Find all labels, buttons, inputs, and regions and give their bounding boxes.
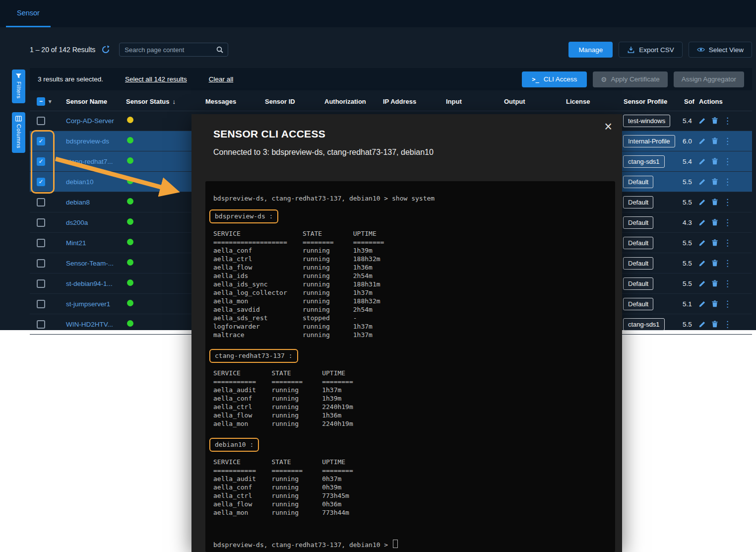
delete-icon[interactable]	[711, 320, 719, 328]
column-header-soft[interactable]: Soft	[680, 98, 694, 105]
row-actions-cell: ⋮	[694, 239, 752, 247]
row-checkbox[interactable]	[37, 218, 45, 227]
delete-icon[interactable]	[711, 218, 719, 226]
sensor-profile-chip[interactable]: Default	[623, 298, 653, 310]
column-header-sensor-status[interactable]: Sensor Status↓	[122, 98, 201, 105]
sensor-profile-chip[interactable]: Default	[623, 277, 653, 290]
sensor-name-link[interactable]: Corp-AD-Server	[66, 117, 114, 125]
column-header-sensor-profile[interactable]: Sensor Profile	[619, 98, 680, 105]
row-checkbox[interactable]: ✓	[37, 178, 45, 186]
sensor-profile-chip[interactable]: Default	[623, 257, 653, 270]
more-actions-icon[interactable]: ⋮	[723, 300, 732, 308]
sensor-name-link[interactable]: ctang-redhat7...	[66, 158, 113, 165]
edit-icon[interactable]	[698, 117, 706, 125]
edit-icon[interactable]	[698, 320, 706, 328]
clear-all-link[interactable]: Clear all	[209, 75, 234, 83]
row-checkbox[interactable]	[37, 300, 45, 308]
export-csv-button[interactable]: Export CSV	[619, 42, 683, 58]
row-checkbox[interactable]	[37, 279, 45, 288]
delete-icon[interactable]	[711, 198, 719, 206]
column-header-sensor-id[interactable]: Sensor ID	[260, 98, 320, 105]
more-actions-icon[interactable]: ⋮	[723, 320, 732, 329]
more-actions-icon[interactable]: ⋮	[723, 239, 732, 247]
delete-icon[interactable]	[711, 239, 719, 247]
sensor-name-link[interactable]: st-jumpserver1	[66, 300, 110, 308]
column-header-output[interactable]: Output	[500, 98, 562, 105]
edit-icon[interactable]	[698, 198, 706, 206]
column-header-messages[interactable]: Messages	[201, 98, 260, 105]
sensor-name-link[interactable]: Mint21	[66, 239, 86, 247]
delete-icon[interactable]	[711, 157, 719, 165]
sensor-status-cell	[122, 137, 201, 145]
select-all-checkbox[interactable]: −	[37, 97, 45, 106]
edit-icon[interactable]	[698, 157, 706, 165]
close-icon[interactable]: ×	[604, 120, 612, 134]
sensor-name-link[interactable]: debian8	[66, 199, 90, 206]
sensor-profile-chip[interactable]: ctang-sds1	[623, 155, 665, 168]
sensor-profile-chip[interactable]: Default	[623, 237, 653, 249]
sensor-name-link[interactable]: bdspreview-ds	[66, 138, 109, 145]
sensor-profile-cell: Default	[619, 237, 680, 249]
sensor-name-link[interactable]: WIN-HD2HTV...	[66, 321, 113, 328]
row-checkbox[interactable]	[37, 320, 45, 329]
delete-icon[interactable]	[711, 137, 719, 145]
select-view-button[interactable]: Select View	[689, 42, 752, 58]
column-header-input[interactable]: Input	[441, 98, 500, 105]
edit-icon[interactable]	[698, 218, 706, 226]
edit-icon[interactable]	[698, 259, 706, 267]
sensor-name-link[interactable]: ds200a	[66, 219, 88, 226]
sensor-profile-chip[interactable]: Default	[623, 216, 653, 229]
edit-icon[interactable]	[698, 279, 706, 287]
assign-aggregator-button[interactable]: Assign Aggregator	[674, 71, 744, 87]
select-all-link[interactable]: Select all 142 results	[125, 75, 187, 83]
row-checkbox[interactable]	[37, 117, 45, 125]
column-header-sensor-name[interactable]: Sensor Name	[62, 98, 122, 105]
sensor-profile-chip[interactable]: ctang-sds1	[623, 318, 665, 331]
cli-access-button[interactable]: >_ CLI Access	[522, 71, 587, 87]
terminal-prompt-line[interactable]: bdspreview-ds, ctang-redhat73-137, debia…	[213, 540, 607, 549]
row-checkbox[interactable]	[37, 259, 45, 268]
more-actions-icon[interactable]: ⋮	[723, 178, 732, 186]
row-checkbox[interactable]	[37, 239, 45, 247]
search-input[interactable]	[124, 46, 216, 54]
refresh-icon[interactable]	[101, 45, 110, 54]
column-header-actions[interactable]: Actions	[694, 98, 752, 105]
sensor-profile-chip[interactable]: Internal-Profile	[623, 135, 675, 147]
sidebar-tab-filters[interactable]: Filters	[12, 69, 25, 103]
delete-icon[interactable]	[711, 300, 719, 308]
sensor-profile-chip[interactable]: Default	[623, 176, 653, 188]
more-actions-icon[interactable]: ⋮	[723, 198, 732, 207]
column-header-authorization[interactable]: Authorization	[320, 98, 378, 105]
delete-icon[interactable]	[711, 279, 719, 287]
apply-certificate-button[interactable]: ⚙ Apply Certificate	[593, 71, 667, 87]
more-actions-icon[interactable]: ⋮	[723, 137, 732, 145]
sensor-name-link[interactable]: debian10	[66, 178, 94, 186]
sensor-management-page: Sensor 1 – 20 of 142 Results Manage Expo…	[0, 0, 756, 552]
edit-icon[interactable]	[698, 137, 706, 145]
sensor-name-link[interactable]: st-debian94-1...	[66, 280, 113, 287]
edit-icon[interactable]	[698, 300, 706, 308]
row-checkbox[interactable]	[37, 198, 45, 207]
edit-icon[interactable]	[698, 239, 706, 247]
delete-icon[interactable]	[711, 178, 719, 186]
sensor-name-link[interactable]: Sensor-Team-...	[66, 260, 114, 267]
sensor-profile-chip[interactable]: test-windows	[623, 115, 670, 127]
more-actions-icon[interactable]: ⋮	[723, 279, 732, 288]
more-actions-icon[interactable]: ⋮	[723, 218, 732, 227]
edit-icon[interactable]	[698, 178, 706, 186]
terminal-panel[interactable]: bdspreview-ds, ctang-redhat73-137, debia…	[205, 181, 615, 552]
sidebar-tab-columns[interactable]: Columns	[12, 112, 25, 153]
select-dropdown-caret-icon[interactable]: ▾	[49, 98, 52, 105]
column-header-ip-address[interactable]: IP Address	[378, 98, 441, 105]
more-actions-icon[interactable]: ⋮	[723, 259, 732, 268]
more-actions-icon[interactable]: ⋮	[723, 157, 732, 166]
row-checkbox[interactable]: ✓	[37, 157, 45, 166]
row-checkbox[interactable]: ✓	[37, 137, 45, 145]
column-header-license[interactable]: License	[562, 98, 619, 105]
delete-icon[interactable]	[711, 259, 719, 267]
sensor-profile-chip[interactable]: Default	[623, 196, 653, 208]
delete-icon[interactable]	[711, 117, 719, 125]
tab-sensor[interactable]: Sensor	[6, 0, 51, 27]
more-actions-icon[interactable]: ⋮	[723, 117, 732, 125]
manage-button[interactable]: Manage	[568, 42, 613, 58]
